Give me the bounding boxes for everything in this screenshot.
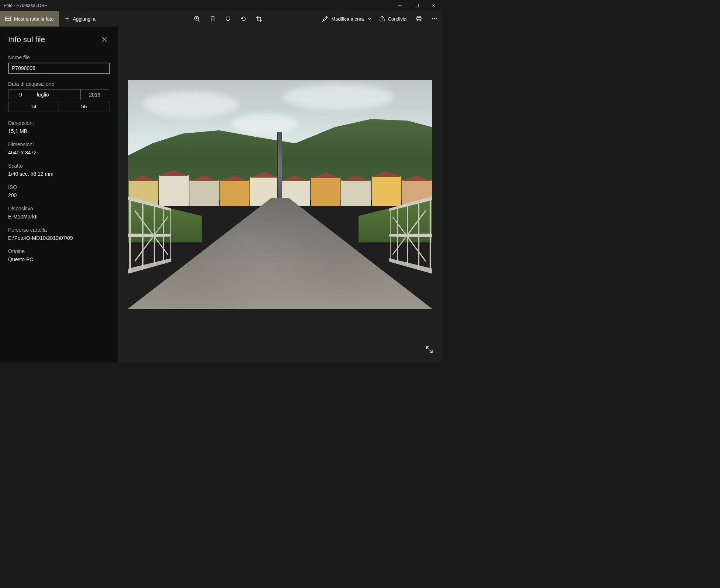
iso-label: ISO [8, 184, 110, 190]
size-label: Dimensioni [8, 120, 110, 126]
share-icon [379, 15, 385, 22]
photo-image [128, 80, 432, 309]
share-label: Condividi [388, 16, 408, 22]
more-button[interactable] [427, 11, 442, 27]
plus-icon [64, 16, 70, 22]
date-year-input[interactable]: 2019 [80, 89, 109, 100]
fullscreen-button[interactable] [423, 343, 436, 356]
date-label: Data di acquisizione [8, 81, 110, 87]
svg-point-7 [434, 18, 435, 20]
svg-point-8 [436, 18, 437, 20]
rotate-button[interactable] [236, 11, 251, 27]
device-label: Dispositivo [8, 206, 110, 211]
dimensions-value: 4640 x 3472 [8, 150, 110, 155]
svg-rect-0 [415, 4, 419, 7]
show-all-label: Mostra tutte le foto [14, 16, 54, 22]
size-value: 15,1 MB [8, 128, 110, 134]
panel-close-button[interactable] [99, 34, 110, 45]
edit-create-button[interactable]: Modifica e crea [318, 11, 375, 27]
close-button[interactable] [425, 0, 442, 11]
date-month-input[interactable]: luglio [33, 89, 81, 100]
origin-label: Origine [8, 248, 110, 254]
minimize-button[interactable] [391, 0, 408, 11]
close-icon [102, 37, 107, 42]
svg-point-6 [432, 18, 433, 20]
date-day-input[interactable]: 9 [8, 89, 33, 100]
filename-label: Nome file [8, 55, 110, 60]
print-icon [416, 15, 422, 22]
more-icon [431, 15, 438, 22]
gallery-icon [5, 16, 11, 22]
trash-icon [209, 15, 216, 22]
maximize-icon [415, 4, 419, 7]
add-to-button[interactable]: Aggiungi a [59, 11, 101, 27]
zoom-button[interactable] [189, 11, 205, 27]
window-controls [391, 0, 442, 11]
window-title: Foto - P7090006.ORF [4, 3, 47, 8]
folder-value: E:\Foto\O-MD10\2019\07\09 [8, 235, 110, 241]
delete-button[interactable] [205, 11, 220, 27]
origin-value: Questo PC [8, 256, 110, 262]
add-to-label: Aggiungi a [73, 16, 95, 22]
shot-value: 1/40 sec. f/8 12 mm [8, 171, 110, 177]
command-bar: Mostra tutte le foto Aggiungi a Modifica… [0, 11, 442, 27]
show-all-photos-button[interactable]: Mostra tutte le foto [0, 11, 59, 27]
zoom-icon [194, 15, 200, 22]
svg-rect-4 [417, 16, 420, 18]
file-info-panel: Info sul file Nome file Data di acquisiz… [0, 27, 118, 363]
filename-input[interactable] [8, 63, 110, 74]
date-hour-input[interactable]: 14 [8, 101, 59, 112]
rotate-icon [240, 15, 247, 22]
close-icon [432, 4, 436, 7]
chevron-down-icon [368, 17, 371, 21]
share-button[interactable]: Condividi [375, 11, 411, 27]
dimensions-label: Dimensioni [8, 141, 110, 147]
titlebar: Foto - P7090006.ORF [0, 0, 442, 11]
folder-label: Percorso cartella [8, 227, 110, 233]
date-minute-input[interactable]: 56 [59, 101, 109, 112]
maximize-button[interactable] [408, 0, 425, 11]
favorite-button[interactable] [220, 11, 236, 27]
iso-value: 200 [8, 192, 110, 198]
expand-icon [426, 346, 433, 353]
crop-button[interactable] [251, 11, 267, 27]
app-window: Foto - P7090006.ORF Mostra tutte le foto… [0, 0, 442, 363]
minimize-icon [398, 4, 402, 7]
heart-icon [225, 15, 231, 22]
print-button[interactable] [411, 11, 427, 27]
crop-icon [256, 15, 262, 22]
shot-label: Scatto [8, 163, 110, 169]
edit-create-label: Modifica e crea [331, 16, 364, 22]
panel-title: Info sul file [8, 35, 45, 44]
device-value: E-M10MarkII [8, 214, 110, 220]
photo-viewer[interactable] [118, 27, 442, 363]
edit-icon [322, 15, 329, 22]
